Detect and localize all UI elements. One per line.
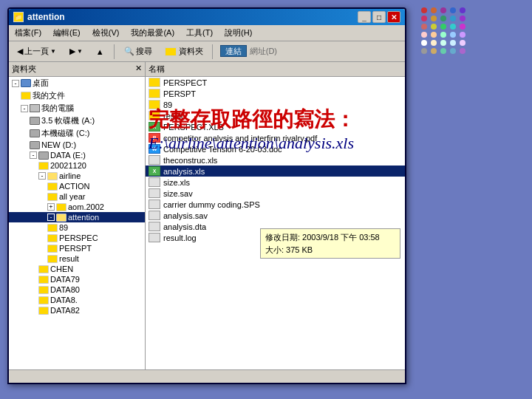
expand-icon-airline[interactable]: -: [38, 172, 46, 180]
connect-label[interactable]: 連結: [220, 45, 247, 57]
menu-favorites[interactable]: 我的最愛(A): [128, 27, 177, 39]
sidebar-item-allyear[interactable]: all year: [9, 191, 145, 202]
window-title: attention: [27, 12, 65, 22]
menu-help[interactable]: 說明(H): [222, 27, 255, 39]
folder-icon-file: [149, 78, 160, 87]
folder-icon-file: [149, 100, 160, 109]
decoration-dot: [440, 48, 446, 54]
sidebar-label-aom2002: aom.2002: [68, 202, 104, 211]
file-item-12[interactable]: analysis.sav: [146, 210, 405, 221]
forward-button[interactable]: ▶ ▼: [64, 44, 88, 60]
tooltip-size: 大小: 375 KB: [265, 244, 395, 256]
search-button[interactable]: 🔍 搜尋: [119, 44, 157, 60]
forward-dropdown-icon[interactable]: ▼: [77, 48, 83, 55]
sidebar-item-20021120[interactable]: 20021120: [9, 160, 145, 171]
file-item-4[interactable]: XPERSPECT.XLS: [146, 121, 405, 132]
menubar: 檔案(F) 編輯(E) 檢視(V) 我的最愛(A) 工具(T) 說明(H): [9, 25, 405, 41]
sidebar-item-drive-e[interactable]: - DATA (E:): [9, 150, 145, 160]
decoration-dot: [450, 32, 456, 38]
decoration-dot: [450, 7, 456, 13]
decoration-dot: [440, 32, 446, 38]
generic-icon: [149, 155, 160, 165]
expand-icon-aom2002[interactable]: +: [47, 203, 55, 211]
up-button[interactable]: ▲: [91, 44, 109, 60]
sidebar-item-result[interactable]: result: [9, 253, 145, 264]
decoration-dot: [431, 16, 437, 21]
sidebar-item-attention[interactable]: - attention: [9, 212, 145, 222]
toolbar: ◀ 上一頁 ▼ ▶ ▼ ▲ 🔍 搜尋 資料夾 連結 網址(D): [9, 41, 405, 62]
sidebar-item-chen[interactable]: CHEN: [9, 264, 145, 274]
sidebar-item-drive-a[interactable]: 3.5 軟碟機 (A:): [9, 115, 145, 127]
sidebar-item-89[interactable]: 89: [9, 222, 145, 233]
decoration-dot: [421, 48, 427, 54]
expand-icon-mycomputer[interactable]: -: [21, 105, 28, 112]
expand-icon-attention[interactable]: -: [47, 214, 55, 221]
sidebar-item-data8x[interactable]: DATA8.: [9, 295, 145, 305]
file-tooltip: 修改日期: 2003/9/18 下午 03:58 大小: 375 KB: [260, 228, 400, 259]
folder-icon-data79: [38, 276, 49, 284]
file-name-label: size.sav: [163, 189, 193, 198]
file-item-0[interactable]: PERSPECT: [146, 77, 405, 88]
sidebar-item-aom2002[interactable]: + aom.2002: [9, 202, 145, 212]
file-item-3[interactable]: result: [146, 110, 405, 121]
sidebar-label-attention: attention: [68, 213, 99, 222]
sidebar-label-drive-a: 3.5 軟碟機 (A:): [41, 115, 95, 126]
sidebar-item-drive-d[interactable]: NEW (D:): [9, 140, 145, 150]
file-item-1[interactable]: PERSPT: [146, 88, 405, 99]
sidebar-item-data82[interactable]: DATA82: [9, 305, 145, 316]
file-item-8[interactable]: Xanalysis.xls: [146, 166, 405, 177]
sidebar-item-desktop[interactable]: - 桌面: [9, 77, 145, 89]
file-item-5[interactable]: Pcompetitor analysis and interfirm rival…: [146, 132, 405, 143]
sidebar-item-perspec[interactable]: PERSPEC: [9, 233, 145, 243]
sidebar-item-data79[interactable]: DATA79: [9, 274, 145, 284]
file-name-label: theconstruc.xls: [163, 156, 217, 165]
generic-icon: [149, 222, 160, 231]
sidebar-item-data80[interactable]: DATA80: [9, 284, 145, 295]
file-name-label: carrier dummy coding.SPS: [163, 200, 260, 209]
filelist: 名稱 PERSPECTPERSPT89resultXPERSPECT.XLSPc…: [146, 62, 405, 369]
back-arrow-icon: ◀: [17, 47, 23, 56]
sidebar-item-perspt[interactable]: PERSPT: [9, 243, 145, 253]
menu-tools[interactable]: 工具(T): [183, 27, 216, 39]
back-dropdown-icon[interactable]: ▼: [50, 48, 56, 55]
decoration-dot: [440, 16, 446, 21]
file-item-9[interactable]: size.xls: [146, 177, 405, 188]
expand-icon-desktop[interactable]: -: [12, 80, 19, 87]
sidebar-item-mydocs[interactable]: 我的文件: [9, 89, 145, 102]
forward-arrow-icon: ▶: [69, 47, 75, 56]
sidebar: 資料夾 ✕ - 桌面 我的文件 - 我的電腦 3.5 軟碟機 (A:): [9, 62, 146, 369]
file-item-10[interactable]: size.sav: [146, 188, 405, 199]
xls-icon: X: [149, 122, 160, 132]
decoration-dot: [421, 40, 427, 46]
close-button[interactable]: ✕: [387, 11, 400, 23]
file-item-2[interactable]: 89: [146, 99, 405, 110]
file-item-11[interactable]: carrier dummy coding.SPS: [146, 199, 405, 210]
folder-icon-airline: [47, 172, 58, 180]
folder-icon: [165, 47, 177, 56]
maximize-button[interactable]: □: [372, 11, 386, 23]
folder-icon-aom2002: [56, 203, 66, 211]
menu-file[interactable]: 檔案(F): [12, 27, 44, 39]
decoration-dot: [421, 7, 427, 13]
menu-view[interactable]: 檢視(V): [89, 27, 123, 39]
sidebar-label-drive-c: 本機磁碟 (C:): [41, 128, 89, 139]
sidebar-item-action[interactable]: ACTION: [9, 181, 145, 191]
folder-icon-file: [149, 89, 160, 98]
sidebar-item-airline[interactable]: - airline: [9, 171, 145, 181]
pdf-icon: P: [149, 133, 160, 143]
minimize-button[interactable]: _: [358, 11, 371, 23]
sidebar-item-mycomputer[interactable]: - 我的電腦: [9, 102, 145, 115]
connect-button[interactable]: 連結: [220, 46, 247, 57]
sidebar-item-drive-c[interactable]: 本機磁碟 (C:): [9, 127, 145, 140]
file-item-7[interactable]: theconstruc.xls: [146, 154, 405, 166]
file-name-label: size.xls: [163, 178, 190, 187]
menu-edit[interactable]: 編輯(E): [50, 27, 83, 39]
decoration-dot: [450, 16, 456, 21]
sidebar-close-button[interactable]: ✕: [135, 64, 142, 75]
file-name-label: analysis.sav: [163, 211, 208, 220]
folder-button[interactable]: 資料夾: [160, 44, 208, 58]
decoration-dot: [431, 40, 437, 46]
back-button[interactable]: ◀ 上一頁 ▼: [12, 44, 61, 60]
expand-icon-drive-e[interactable]: -: [30, 151, 37, 159]
file-item-6[interactable]: WCompetitive Tension 6-20-03.doc: [146, 143, 405, 154]
